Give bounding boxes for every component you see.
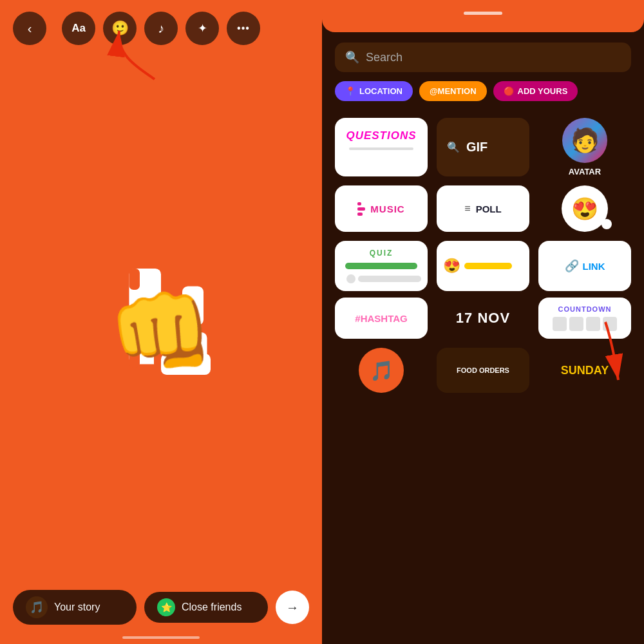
top-toolbar: ‹ Aa 🙂 ♪ ✦ ••• xyxy=(0,0,322,57)
home-indicator-right xyxy=(464,12,502,15)
sticker-hashtag[interactable]: #HASHTAG xyxy=(335,298,428,339)
tag-addyours[interactable]: 🔴 ADD YOURS xyxy=(493,81,578,101)
countdown-label: COUNTDOWN xyxy=(558,305,612,313)
questions-label: QUESTIONS xyxy=(346,129,416,142)
peek-logo: 🎵 xyxy=(359,348,404,393)
location-icon: 📍 xyxy=(345,86,355,96)
countdown-box-4 xyxy=(603,317,617,331)
peek-food-orders: FOOD ORDERS xyxy=(437,348,529,393)
effects-tool-button[interactable]: ✦ xyxy=(185,12,219,45)
peek-orange-circle: 🎵 xyxy=(335,348,428,393)
search-input[interactable]: Search xyxy=(366,51,402,64)
back-button[interactable]: ‹ xyxy=(13,12,46,45)
sticker-music[interactable]: MUSIC xyxy=(335,185,428,232)
poll-icon: ≡ xyxy=(464,203,470,214)
sticker-tool-button[interactable]: 🙂 xyxy=(103,12,137,45)
sticker-emoji-bubble-container[interactable]: 😍 xyxy=(538,185,631,232)
close-friends-icon: ⭐ xyxy=(157,598,175,616)
search-icon: 🔍 xyxy=(345,50,359,64)
peek-sunday: SUNDAY xyxy=(538,348,631,393)
food-orders-label: FOOD ORDERS xyxy=(457,366,509,374)
addyours-label: ADD YOURS xyxy=(518,86,568,96)
countdown-box-2 xyxy=(569,317,583,331)
next-icon: → xyxy=(286,600,299,615)
gif-search-icon: 🔍 xyxy=(447,141,460,153)
bottom-bar: 🎵 Your story ⭐ Close friends → xyxy=(0,580,322,644)
sunday-label: SUNDAY xyxy=(561,364,609,377)
story-avatar-icon: 🎵 xyxy=(26,596,48,618)
sticker-gif[interactable]: 🔍 GIF xyxy=(437,118,529,176)
home-indicator xyxy=(122,636,200,639)
sticker-emoji-bubble: 😍 xyxy=(562,185,608,232)
stickers-grid-row2: MUSIC ≡ POLL 😍 xyxy=(322,183,644,238)
avatar-image: 🧑 xyxy=(562,118,607,163)
questions-line xyxy=(349,147,413,150)
quiz-bar-1 xyxy=(345,263,417,269)
sticker-tags: 📍 LOCATION @MENTION 🔴 ADD YOURS xyxy=(322,81,644,111)
music-bars-icon xyxy=(357,202,365,216)
link-label: LINK xyxy=(583,261,605,272)
left-panel: ‹ Aa 🙂 ♪ ✦ ••• xyxy=(0,0,322,644)
more-tool-button[interactable]: ••• xyxy=(227,12,260,45)
your-story-label: Your story xyxy=(54,601,100,613)
location-label: LOCATION xyxy=(359,86,402,96)
right-panel: 🔍 Search 📍 LOCATION @MENTION 🔴 ADD YOURS… xyxy=(322,0,644,644)
svg-text:👊: 👊 xyxy=(108,281,214,382)
sticker-questions[interactable]: QUESTIONS xyxy=(335,118,428,176)
stickers-grid-row3: QUIZ 😍 🔗 LINK xyxy=(322,238,644,298)
sticker-countdown[interactable]: COUNTDOWN xyxy=(538,298,631,339)
quiz-bar-2 xyxy=(358,276,421,282)
sticker-quiz[interactable]: QUIZ xyxy=(335,241,428,291)
date-label: 17 NOV xyxy=(456,310,510,327)
app-logo: 👊 xyxy=(90,247,232,389)
close-friends-button[interactable]: ⭐ Close friends xyxy=(144,592,268,623)
gif-label: GIF xyxy=(466,140,488,155)
sticker-emoji-slide[interactable]: 😍 xyxy=(437,241,529,291)
bubble-tail xyxy=(601,219,612,229)
stickers-grid-row1: QUESTIONS 🔍 GIF 🧑 AVATAR xyxy=(322,111,644,183)
your-story-button[interactable]: 🎵 Your story xyxy=(13,590,137,625)
countdown-box-1 xyxy=(553,317,567,331)
music-label: MUSIC xyxy=(370,204,404,214)
bottom-stickers-row: #HASHTAG 17 NOV COUNTDOWN xyxy=(322,298,644,348)
tag-mention[interactable]: @MENTION xyxy=(419,81,487,101)
search-bar[interactable]: 🔍 Search xyxy=(335,43,631,72)
hashtag-label: #HASHTAG xyxy=(355,313,407,324)
music-tool-button[interactable]: ♪ xyxy=(144,12,178,45)
top-orange-bar xyxy=(322,0,644,32)
sticker-link[interactable]: 🔗 LINK xyxy=(538,241,631,291)
quiz-label: QUIZ xyxy=(370,249,393,258)
addyours-icon: 🔴 xyxy=(504,86,514,96)
story-content: 👊 xyxy=(0,57,322,580)
countdown-boxes xyxy=(553,317,617,331)
mention-label: @MENTION xyxy=(430,86,477,96)
tag-location[interactable]: 📍 LOCATION xyxy=(335,81,413,101)
slide-bar xyxy=(464,263,512,269)
countdown-box-3 xyxy=(586,317,600,331)
bottom-peek-row: 🎵 FOOD ORDERS SUNDAY xyxy=(322,348,644,393)
avatar-label: AVATAR xyxy=(569,167,601,176)
close-friends-label: Close friends xyxy=(182,601,242,613)
text-tool-button[interactable]: Aa xyxy=(62,12,95,45)
next-button[interactable]: → xyxy=(276,591,309,624)
poll-label: POLL xyxy=(476,204,502,214)
sticker-avatar[interactable]: 🧑 AVATAR xyxy=(538,118,631,176)
quiz-dot xyxy=(346,274,355,283)
slide-emoji: 😍 xyxy=(443,258,460,274)
link-icon: 🔗 xyxy=(565,259,579,273)
quiz-row2 xyxy=(341,274,421,283)
sticker-poll[interactable]: ≡ POLL xyxy=(437,185,529,232)
sticker-date[interactable]: 17 NOV xyxy=(437,298,529,339)
